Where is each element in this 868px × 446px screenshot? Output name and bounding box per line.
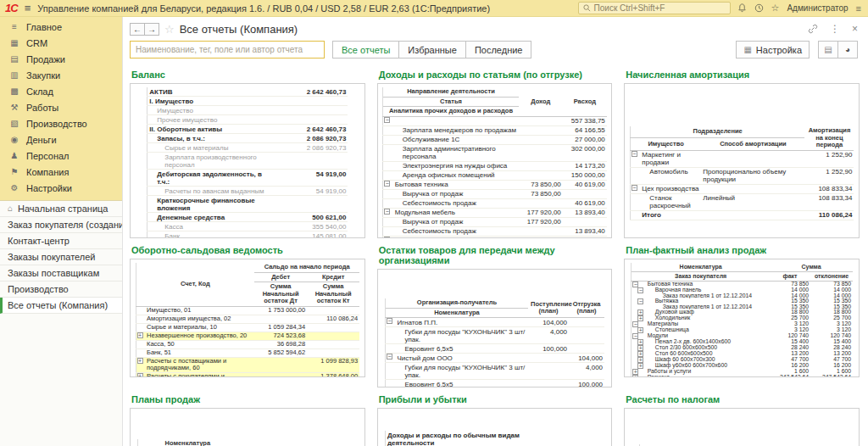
expand-icon: + [637,363,643,369]
sidebar-item-crm[interactable]: ▦CRM [0,35,122,51]
report-card-goods-transfer[interactable]: Остатки товаров для передачи между орган… [377,243,613,387]
report-card-balance[interactable]: Баланс АКТИВ2 642 460,73I. ИмуществоИмущ… [130,68,365,238]
table-row: +Пенал 2-х дв. 600х1400х60015 40015 400 [632,339,853,345]
report-card-income-expenses[interactable]: Доходы и расходы по статьям (по отгрузке… [377,68,613,238]
get-link-icon[interactable] [808,24,818,34]
report-preview[interactable]: Вид налога Сумма нач. остаток начислено … [624,408,860,446]
open-window-label: Все отчеты (Компания) [8,298,108,313]
collapse-icon: − [387,318,392,324]
report-title[interactable]: Доходы и расходы по статьям (по отгрузке… [379,70,613,80]
sidebar-item-production[interactable]: ▧Производство [0,115,122,131]
table-row: Зарплата менеджеров по продажам64 166,55 [383,125,607,135]
open-window-item[interactable]: Заказ покупателя (создание) [0,217,122,233]
expand-icon: + [637,357,643,363]
expand-icon: + [137,358,143,364]
list-view-button[interactable]: ▤ [818,41,838,59]
report-title[interactable]: Прибыли и убытки [379,394,613,404]
report-title[interactable]: Планы продаж [131,394,365,404]
report-card-sales-plans[interactable]: Планы продаж Номенклатура Подразделение … [130,393,365,446]
report-title[interactable]: Начисленная амортизация [626,70,860,80]
reports-toolbar: Все отчетыИзбранныеПоследние ▦ Настройка… [123,39,868,64]
reports-grid: Баланс АКТИВ2 642 460,73I. ИмуществоИмущ… [123,64,868,446]
1c-logo-icon: 1С [5,2,18,14]
open-window-item[interactable]: Контакт-центр [0,233,122,249]
favorites-star-icon[interactable]: ☆ [771,3,780,14]
expand-icon: + [637,345,643,351]
table-row: Прочее имущество [147,115,348,125]
sidebar-item-warehouse[interactable]: ▩Склад [0,83,122,99]
table-row: I. Имущество [147,97,348,106]
favorite-star-icon[interactable]: ☆ [164,23,175,36]
table-row: АвтомобильПропорционально объему продукц… [630,167,854,184]
sidebar-item-main[interactable]: ≡Главное [0,19,122,35]
sidebar-item-works[interactable]: ⚒Работы [0,99,122,115]
back-button[interactable]: ← [130,23,145,36]
table-row: Станок раскроечныйЛинейный108 833,34 [630,193,854,210]
money-icon: ◉ [9,135,19,144]
report-card-plan-fact-sales[interactable]: План-фактный анализ продаж Номенклатура … [624,243,860,387]
open-window-item[interactable]: Производство [0,282,122,298]
notifications-bell-icon[interactable] [737,3,747,13]
open-window-item[interactable]: Заказы покупателей [0,249,122,265]
report-preview[interactable]: Направление деятельности Статья Аналитик… [377,83,613,238]
sidebar: ≡Главное▦CRM▤Продажи▥Закупки▩Склад⚒Работ… [0,17,123,446]
collapse-icon: − [637,298,643,304]
settings-button[interactable]: ▦ Настройка [736,41,810,59]
table-row: Банк145 081,00 [147,231,348,239]
settings-button-label: Настройка [756,45,802,55]
report-preview[interactable]: Подразделение Амортизация на конец перио… [624,83,860,238]
collapse-icon: − [632,282,638,287]
open-window-label: Заказ покупателя (создание) [8,217,122,232]
open-window-label: Контакт-центр [8,233,70,248]
report-card-tax-settlements[interactable]: Расчеты по налогам Вид налога Сумма нач.… [624,393,860,446]
forward-button[interactable]: → [144,23,159,36]
sidebar-item-label: Деньги [26,135,57,145]
sidebar-item-sales[interactable]: ▤Продажи [0,51,122,67]
report-title[interactable]: План-фактный анализ продаж [626,245,860,255]
report-table: Организация-получатель Номенклатура Пост… [385,298,604,387]
sidebar-item-company[interactable]: ⚑Компания [0,164,122,180]
settings-grid-icon: ▦ [743,45,751,54]
tab-избранные[interactable]: Избранные [398,41,466,59]
report-title[interactable]: Расчеты по налогам [626,394,860,404]
sidebar-item-label: Компания [26,167,69,177]
report-preview[interactable]: Счет, Код Сальдо на начало периода Дебет… [130,259,365,377]
open-window-item[interactable]: ⌂Начальная страница [0,201,122,217]
tab-последние[interactable]: Последние [465,41,532,59]
report-card-profit-loss[interactable]: Прибыли и убытки Доходы и расходы по обы… [377,393,613,446]
report-search-input[interactable] [130,41,325,59]
report-preview[interactable]: Организация-получатель Номенклатура Пост… [377,269,613,387]
report-table: Номенклатура Подразделение Количество Су… [137,439,357,446]
sidebar-item-purchases[interactable]: ▥Закупки [0,67,122,83]
report-title[interactable]: Оборотно-сальдовая ведомость [131,245,365,255]
table-row: Губки для посуды "КУХОНЬЧИК" 3 шт/упак.4… [385,327,604,344]
sidebar-item-staff[interactable]: ♟Персонал [0,148,122,164]
report-preview[interactable]: АКТИВ2 642 460,73I. ИмуществоИмуществоПр… [130,83,365,238]
report-title[interactable]: Баланс [131,70,365,80]
table-row: Евровинт 6,5х5100,000 [385,344,604,354]
history-clock-icon[interactable] [754,3,764,13]
open-windows-list: ⌂Начальная страницаЗаказ покупателя (соз… [0,200,122,314]
sidebar-item-settings[interactable]: ⚙Настройки [0,180,122,196]
open-window-item[interactable]: Все отчеты (Компания) [0,298,122,314]
report-title[interactable]: Остатки товаров для передачи между орган… [379,245,613,265]
global-search-input[interactable]: Поиск Ctrl+Shift+F [578,2,731,14]
report-preview[interactable]: Доходы и расходы по обычным видам деятел… [377,408,613,446]
report-card-depreciation[interactable]: Начисленная амортизация Подразделение Ам… [624,68,860,238]
table-header: Организация-получатель Номенклатура Пост… [385,298,604,318]
current-user[interactable]: Администратор [787,3,848,13]
chart-view-button[interactable]: ◕ [837,41,858,59]
table-row: Итого110 086,24 [630,210,854,220]
sidebar-item-money[interactable]: ◉Деньги [0,131,122,148]
main-menu-icon[interactable]: ≡ [25,2,31,14]
tab-все-отчеты[interactable]: Все отчеты [332,41,399,59]
user-menu-icon[interactable]: ≡ [856,3,861,14]
close-window-icon[interactable]: × [852,23,858,35]
open-window-item[interactable]: Заказы поставщикам [0,265,122,282]
report-card-turnover-sheet[interactable]: Оборотно-сальдовая ведомость Счет, Код С… [130,243,365,387]
more-actions-icon[interactable]: ⋮ [830,23,840,35]
report-preview[interactable]: Номенклатура Заказ покупателя Сумма факт… [624,259,860,377]
report-preview[interactable]: Номенклатура Подразделение Количество Су… [130,408,365,446]
table-row: −557 338,75 [383,116,607,125]
table-row: −Модули120 740120 740 [632,333,853,339]
